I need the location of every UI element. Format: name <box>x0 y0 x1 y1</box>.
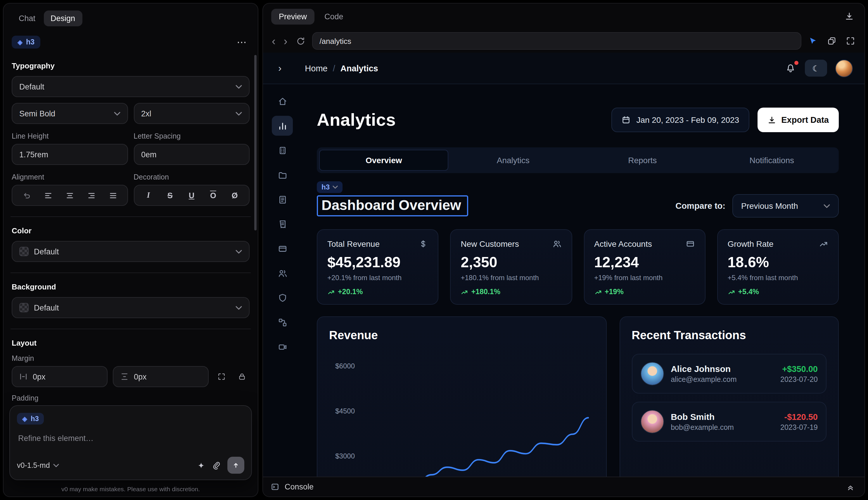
download-button[interactable] <box>842 9 856 23</box>
compare-value: Previous Month <box>741 201 798 211</box>
console-label[interactable]: Console <box>285 482 314 491</box>
line-height-input[interactable]: 1.75rem <box>12 144 128 165</box>
transaction-row[interactable]: Alice Johnson alice@example.com +$350.00… <box>632 354 826 394</box>
margin-lock-button[interactable] <box>234 367 250 387</box>
sidebar-item-workflows[interactable] <box>272 312 293 332</box>
reset-alignment-button[interactable] <box>18 187 35 204</box>
align-justify-icon <box>108 191 117 200</box>
element-diamond-icon: ◈ <box>18 38 23 46</box>
sidebar-item-home[interactable] <box>272 91 293 111</box>
font-family-select[interactable]: Default <box>12 76 250 97</box>
export-data-button[interactable]: Export Data <box>757 107 839 132</box>
theme-toggle-button[interactable]: ☾ <box>805 60 827 77</box>
transaction-email: alice@example.com <box>671 375 773 384</box>
more-options-button[interactable]: ⋯ <box>234 36 250 48</box>
user-avatar[interactable] <box>835 59 853 77</box>
underline-icon: U <box>189 191 195 200</box>
forward-button[interactable]: › <box>282 35 289 46</box>
tab-analytics[interactable]: Analytics <box>449 150 578 171</box>
font-size-select[interactable]: 2xl <box>134 103 250 124</box>
inspect-element-button[interactable] <box>806 34 820 48</box>
sidebar-item-invoices[interactable] <box>272 214 293 234</box>
align-center-button[interactable] <box>61 187 78 204</box>
transaction-row[interactable]: Bob Smith bob@example.com -$120.50 2023-… <box>632 402 826 442</box>
tab-design[interactable]: Design <box>44 11 82 26</box>
overline-button[interactable]: O <box>204 187 222 204</box>
folder-icon <box>277 170 287 180</box>
transaction-date: 2023-07-19 <box>780 423 818 431</box>
refresh-button[interactable] <box>294 34 307 48</box>
font-family-value: Default <box>19 82 44 91</box>
strikethrough-button[interactable]: S <box>161 187 179 204</box>
line-height-value: 1.75rem <box>19 150 48 159</box>
date-range-picker[interactable]: Jan 20, 2023 - Feb 09, 2023 <box>611 107 749 132</box>
margin-vertical-input[interactable]: 0px <box>113 366 209 387</box>
stat-title: Total Revenue <box>327 239 380 249</box>
composer-element-badge[interactable]: ◈ h3 <box>17 413 44 424</box>
tab-preview[interactable]: Preview <box>271 9 314 24</box>
composer-badge-label: h3 <box>31 414 39 423</box>
sidebar-item-security[interactable] <box>272 288 293 308</box>
tab-chat[interactable]: Chat <box>12 11 42 26</box>
clear-decoration-icon: Ø <box>231 191 238 200</box>
tab-reports[interactable]: Reports <box>578 150 707 171</box>
revenue-chart-title: Revenue <box>329 329 594 342</box>
revenue-chart: $6000 $4500 $3000 <box>329 357 594 477</box>
selected-element-badge[interactable]: ◈ h3 <box>12 36 40 48</box>
bar-chart-icon <box>277 121 287 131</box>
tab-notifications[interactable]: Notifications <box>707 150 837 171</box>
font-weight-select[interactable]: Semi Bold <box>12 103 128 124</box>
italic-button[interactable]: I <box>140 187 157 204</box>
underline-button[interactable]: U <box>183 187 200 204</box>
sidebar-item-analytics[interactable] <box>272 116 293 136</box>
expand-icon <box>218 373 225 381</box>
panel-scrollbar[interactable] <box>254 55 257 230</box>
fullscreen-button[interactable] <box>843 34 857 48</box>
sidebar-item-projects[interactable] <box>272 165 293 185</box>
margin-expand-button[interactable] <box>214 367 229 387</box>
margin-horizontal-icon <box>19 373 27 381</box>
attach-file-button[interactable] <box>211 461 220 469</box>
stat-title: Growth Rate <box>728 239 774 249</box>
notifications-button[interactable] <box>782 60 799 77</box>
sidebar-item-payments[interactable] <box>272 239 293 259</box>
divider <box>11 216 251 217</box>
send-button[interactable] <box>227 457 244 474</box>
stat-cards: Total Revenue $45,231.89 +20.1% from las… <box>317 229 839 305</box>
console-expand-button[interactable] <box>844 480 857 493</box>
sidebar-item-organization[interactable] <box>272 140 293 160</box>
url-input[interactable]: /analytics <box>312 32 801 50</box>
duplicate-button[interactable] <box>825 34 839 48</box>
chevron-down-icon <box>114 111 120 115</box>
background-select[interactable]: Default <box>12 297 250 318</box>
letter-spacing-input[interactable]: 0em <box>134 144 250 165</box>
clear-decoration-button[interactable]: Ø <box>226 187 243 204</box>
margin-horizontal-input[interactable]: 0px <box>12 366 107 387</box>
sidebar-toggle-button[interactable]: › <box>275 62 285 74</box>
maximize-icon <box>846 36 855 46</box>
transaction-date: 2023-07-20 <box>780 375 818 383</box>
divider <box>11 329 251 329</box>
chat-input[interactable]: Refine this element… <box>18 434 243 443</box>
users-icon <box>552 239 562 249</box>
back-button[interactable]: ‹ <box>270 35 277 46</box>
sidebar-item-members[interactable] <box>272 263 293 283</box>
tab-code[interactable]: Code <box>317 9 351 24</box>
align-left-button[interactable] <box>39 187 57 204</box>
inspected-element-badge[interactable]: h3 <box>317 181 343 193</box>
model-select[interactable]: v0-1.5-md <box>17 461 59 469</box>
tab-overview[interactable]: Overview <box>319 150 449 171</box>
sidebar-item-video[interactable] <box>272 337 293 357</box>
breadcrumb-home[interactable]: Home <box>305 64 327 73</box>
element-badge-label: h3 <box>26 38 34 46</box>
color-select[interactable]: Default <box>12 241 250 262</box>
trend-up-icon <box>728 288 735 296</box>
color-heading: Color <box>12 226 250 235</box>
compare-select[interactable]: Previous Month <box>732 194 839 217</box>
align-justify-button[interactable] <box>104 187 121 204</box>
stat-card-growth-rate: Growth Rate 18.6% +5.4% from last month … <box>717 229 839 305</box>
sidebar-item-notes[interactable] <box>272 190 293 209</box>
align-right-button[interactable] <box>82 187 100 204</box>
selected-element-outline[interactable]: Dashboard Overview <box>317 195 468 216</box>
enhance-prompt-button[interactable]: ✦ <box>198 461 205 470</box>
